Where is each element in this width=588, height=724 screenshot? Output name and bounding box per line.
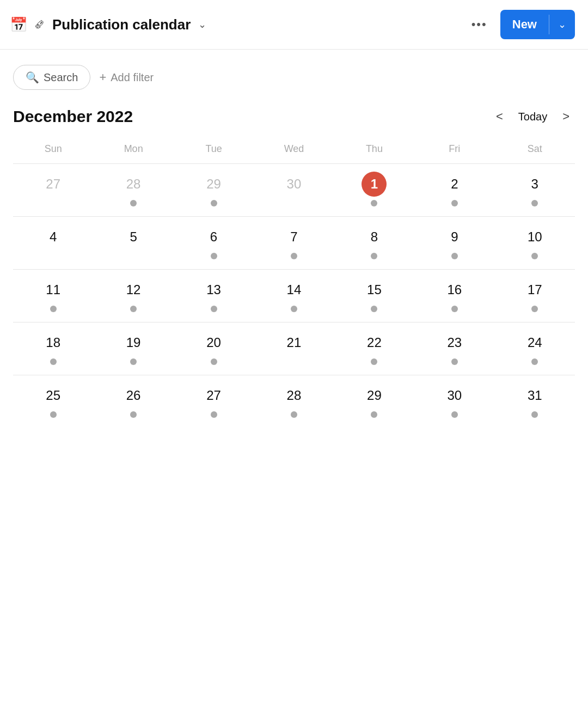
calendar-day[interactable]: 25: [13, 375, 93, 428]
calendar-week: 45678910: [13, 217, 575, 270]
day-number: 21: [281, 330, 307, 355]
day-number: 9: [442, 224, 467, 250]
day-header: Sat: [495, 143, 575, 164]
day-number: 31: [522, 383, 547, 408]
day-number: 29: [362, 383, 387, 408]
calendar-day[interactable]: 13: [174, 270, 254, 323]
add-filter-label: Add filter: [111, 71, 154, 84]
calendar-day[interactable]: 21: [254, 323, 334, 375]
day-number: 19: [121, 330, 146, 355]
calendar-day[interactable]: 29: [174, 164, 254, 217]
calendar-day[interactable]: 31: [495, 375, 575, 428]
calendar-day[interactable]: 22: [334, 323, 414, 375]
day-number: 28: [121, 172, 146, 197]
title-chevron-icon[interactable]: ⌄: [198, 19, 206, 31]
app-header: 📅 🗞 Publication calendar ⌄ ••• New ⌄: [0, 0, 588, 50]
event-dot: [50, 306, 57, 312]
today-button[interactable]: Today: [511, 107, 555, 126]
event-dot: [531, 358, 538, 365]
day-number: 22: [362, 330, 387, 355]
event-dot: [50, 358, 57, 365]
calendar-day[interactable]: 14: [254, 270, 334, 323]
calendar-day[interactable]: 6: [174, 217, 254, 270]
day-number: 20: [201, 330, 226, 355]
calendar-day[interactable]: 27: [13, 164, 93, 217]
new-dropdown-button[interactable]: ⌄: [549, 11, 575, 38]
calendar-day[interactable]: 16: [414, 270, 494, 323]
event-dot: [371, 253, 377, 259]
event-dot: [451, 200, 458, 206]
plus-icon: +: [99, 70, 106, 84]
event-dot: [371, 358, 377, 365]
calendar-day[interactable]: 28: [254, 375, 334, 428]
calendar-day[interactable]: 11: [13, 270, 93, 323]
day-number: 2: [442, 172, 467, 197]
calendar-day[interactable]: 28: [93, 164, 173, 217]
event-dot: [451, 411, 458, 418]
day-number: 18: [41, 330, 66, 355]
add-filter-button[interactable]: + Add filter: [99, 70, 154, 84]
event-dot: [531, 253, 538, 259]
calendar-day[interactable]: 5: [93, 217, 173, 270]
more-options-button[interactable]: •••: [467, 15, 492, 34]
day-header: Tue: [174, 143, 254, 164]
day-header: Thu: [334, 143, 414, 164]
calendar-day[interactable]: 27: [174, 375, 254, 428]
next-month-button[interactable]: >: [557, 106, 575, 127]
header-icon-group: 📅 🗞: [9, 15, 47, 34]
calendar-day[interactable]: 9: [414, 217, 494, 270]
day-number: 30: [442, 383, 467, 408]
calendar-body: 2728293012345678910111213141516171819202…: [13, 164, 575, 428]
event-dot: [211, 306, 217, 312]
calendar-day[interactable]: 7: [254, 217, 334, 270]
event-dot: [211, 358, 217, 365]
calendar-day[interactable]: 30: [414, 375, 494, 428]
new-button[interactable]: New: [500, 10, 549, 39]
month-navigation: December 2022 < Today >: [13, 106, 575, 127]
dot-placeholder: [291, 200, 297, 206]
header-right: ••• New ⌄: [467, 10, 575, 39]
calendar-day[interactable]: 2: [414, 164, 494, 217]
filter-bar: 🔍 Search + Add filter: [0, 50, 588, 95]
calendar-day[interactable]: 17: [495, 270, 575, 323]
day-number: 27: [201, 383, 226, 408]
calendar-day[interactable]: 12: [93, 270, 173, 323]
day-number: 17: [522, 277, 547, 302]
event-dot: [451, 306, 458, 312]
day-number: 12: [121, 277, 146, 302]
day-number: 7: [281, 224, 307, 250]
calendar-day[interactable]: 29: [334, 375, 414, 428]
calendar-day[interactable]: 30: [254, 164, 334, 217]
dot-placeholder: [130, 253, 137, 259]
new-button-group: New ⌄: [500, 10, 575, 39]
document-icon: 🗞: [32, 17, 47, 32]
prev-month-button[interactable]: <: [491, 106, 509, 127]
day-number: 5: [121, 224, 146, 250]
calendar-day[interactable]: 24: [495, 323, 575, 375]
day-number: 25: [41, 383, 66, 408]
calendar-day[interactable]: 18: [13, 323, 93, 375]
calendar-day[interactable]: 19: [93, 323, 173, 375]
calendar-day[interactable]: 15: [334, 270, 414, 323]
search-icon: 🔍: [26, 71, 39, 84]
day-number: 28: [281, 383, 307, 408]
calendar-day[interactable]: 26: [93, 375, 173, 428]
calendar-day[interactable]: 23: [414, 323, 494, 375]
event-dot: [130, 306, 137, 312]
calendar-week: 25262728293031: [13, 375, 575, 428]
dot-placeholder: [50, 253, 57, 259]
event-dot: [211, 411, 217, 418]
day-number: 6: [201, 224, 226, 250]
calendar-day[interactable]: 10: [495, 217, 575, 270]
calendar-day[interactable]: 20: [174, 323, 254, 375]
day-number: 10: [522, 224, 547, 250]
nav-controls: < Today >: [491, 106, 575, 127]
search-button[interactable]: 🔍 Search: [13, 65, 90, 90]
calendar-day[interactable]: 8: [334, 217, 414, 270]
search-label: Search: [44, 71, 78, 84]
calendar-day[interactable]: 3: [495, 164, 575, 217]
calendar-day[interactable]: 4: [13, 217, 93, 270]
event-dot: [371, 306, 377, 312]
calendar-day[interactable]: 1: [334, 164, 414, 217]
event-dot: [371, 200, 377, 206]
